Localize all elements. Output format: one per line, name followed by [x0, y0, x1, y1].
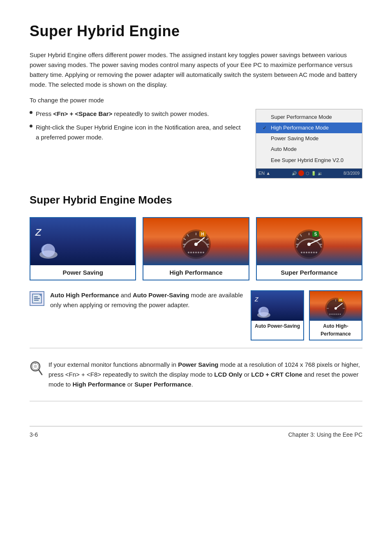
svg-point-55 [334, 307, 337, 310]
bullet-list: Press <Fn> + <Space Bar> repeatedly to s… [30, 109, 243, 146]
pencil-svg [31, 293, 43, 304]
modes-section-title: Super Hybrid Engine Modes [30, 192, 362, 208]
menu-label: Auto Mode [271, 145, 297, 153]
menu-label: High Performance Mode [271, 124, 329, 132]
menu-item-power-saving[interactable]: Power Saving Mode [256, 133, 362, 144]
svg-point-61 [336, 314, 337, 315]
svg-point-67 [34, 365, 37, 368]
auto-high-perf-gauge-svg: H [322, 292, 350, 320]
context-menu: Super Performance Mode ✓ High Performanc… [256, 109, 362, 169]
svg-point-16 [190, 252, 192, 253]
auto-card-image-high-perf: H [310, 291, 362, 321]
svg-point-39 [311, 252, 312, 253]
svg-point-12 [194, 243, 198, 246]
bullet-dot [30, 111, 32, 114]
tray-icon: 🔉 [318, 170, 323, 177]
svg-point-35 [301, 252, 302, 253]
check-mark [263, 156, 268, 164]
warning-note: If your external monitor functions abnor… [30, 356, 362, 394]
svg-point-60 [334, 314, 335, 315]
svg-point-15 [188, 252, 189, 253]
to-change-label: To change the power mode [30, 95, 362, 105]
bullets-screenshot-section: Press <Fn> + <Space Bar> repeatedly to s… [30, 109, 362, 178]
menu-label: Super Performance Mode [271, 113, 332, 121]
svg-point-18 [195, 252, 197, 253]
menu-item-super-perf[interactable]: Super Performance Mode [256, 112, 362, 123]
super-perf-gauge-svg: S [289, 222, 329, 262]
bullet-text-1: Press <Fn> + <Space Bar> repeatedly to s… [36, 109, 209, 118]
mode-card-high-performance: H High Performance [143, 217, 249, 280]
page-footer: 3-6 Chapter 3: Using the Eee PC [30, 426, 362, 440]
svg-point-21 [203, 252, 204, 253]
svg-point-41 [316, 252, 317, 253]
tray-icon: 🔋 [311, 170, 316, 177]
check-mark: ✓ [263, 124, 268, 132]
mode-image-high-perf: H [143, 218, 248, 265]
mode-label-power-saving: Power Saving [30, 265, 135, 280]
svg-point-59 [332, 314, 333, 315]
svg-point-36 [303, 252, 305, 253]
menu-item-auto-mode[interactable]: Auto Mode [256, 144, 362, 155]
svg-point-37 [306, 252, 307, 253]
svg-point-62 [338, 314, 339, 315]
mode-image-super-perf: S [257, 218, 362, 265]
power-saving-svg [36, 239, 66, 262]
list-item: Press <Fn> + <Space Bar> repeatedly to s… [30, 109, 243, 118]
svg-point-19 [198, 252, 199, 253]
note-pencil-icon [30, 291, 44, 306]
footer-chapter: Chapter 3: Using the Eee PC [288, 431, 362, 440]
tray-icon-red [298, 170, 304, 176]
modes-grid: z Power Saving [30, 217, 362, 280]
check-mark [263, 146, 268, 153]
warning-icon-box [30, 361, 43, 376]
check-mark [263, 135, 268, 143]
auto-card-label-power-saving: Auto Power-Saving [251, 321, 303, 332]
auto-row: Auto High Performance and Auto Power-Sav… [30, 290, 362, 340]
svg-point-38 [308, 252, 310, 253]
magnifier-icon-svg [30, 361, 43, 376]
auto-card-high-performance: H Auto High-Performance [309, 290, 362, 340]
mode-label-high-performance: High Performance [143, 265, 248, 280]
auto-power-saving-svg [255, 303, 276, 319]
modes-section: Super Hybrid Engine Modes z Power Saving [30, 192, 362, 401]
svg-line-66 [39, 370, 42, 375]
taskbar-icons: 🔊 ⬡ 🔋 🔉 [292, 170, 323, 177]
auto-note-text: Auto High Performance and Auto Power-Sav… [50, 290, 244, 310]
taskbar-lang: EN ▲ [258, 170, 270, 177]
bullet-dot [30, 125, 32, 127]
auto-card-label-high-performance: Auto High-Performance [310, 321, 362, 339]
menu-label: Eee Super Hybrid Engine V2.0 [271, 156, 344, 164]
warning-text: If your external monitor functions abnor… [48, 360, 362, 389]
taskbar: EN ▲ 🔊 ⬡ 🔋 🔉 8/3/2009 [256, 169, 362, 178]
auto-cards: z Auto Power-Saving [251, 290, 362, 340]
mode-label-super-performance: Super Performance [257, 265, 362, 280]
svg-text:S: S [314, 232, 317, 236]
check-mark [263, 113, 268, 121]
svg-point-17 [193, 252, 194, 253]
auto-card-image-power-saving: z [251, 291, 303, 321]
tray-icon: 🔊 [292, 170, 297, 177]
list-item: Right-click the Super Hybrid Engine icon… [30, 123, 243, 142]
svg-point-40 [313, 252, 315, 253]
svg-point-58 [330, 314, 331, 315]
page-title: Super Hybrid Engine [30, 20, 362, 43]
mode-card-power-saving: z Power Saving [30, 217, 136, 280]
mode-image-power-saving: z [30, 218, 135, 265]
menu-item-high-perf[interactable]: ✓ High Performance Mode [256, 123, 362, 133]
svg-point-32 [307, 243, 311, 246]
svg-point-20 [200, 252, 202, 253]
divider-1 [30, 348, 362, 348]
bullet-text-2: Right-click the Super Hybrid Engine icon… [36, 123, 243, 142]
divider-2 [30, 401, 362, 401]
svg-text:H: H [201, 232, 204, 236]
note-icon-box [30, 291, 45, 307]
auto-card-power-saving: z Auto Power-Saving [251, 290, 304, 340]
footer-page-number: 3-6 [30, 431, 38, 440]
sleep-z-icon: z [35, 222, 42, 241]
mode-card-super-performance: S Super Performance [256, 217, 362, 280]
auto-note: Auto High Performance and Auto Power-Sav… [30, 290, 244, 310]
menu-item-about[interactable]: Eee Super Hybrid Engine V2.0 [256, 155, 362, 166]
taskbar-time: 8/3/2009 [344, 170, 360, 177]
high-perf-gauge-svg: H [176, 222, 216, 262]
screenshot-box: Super Performance Mode ✓ High Performanc… [256, 109, 362, 178]
